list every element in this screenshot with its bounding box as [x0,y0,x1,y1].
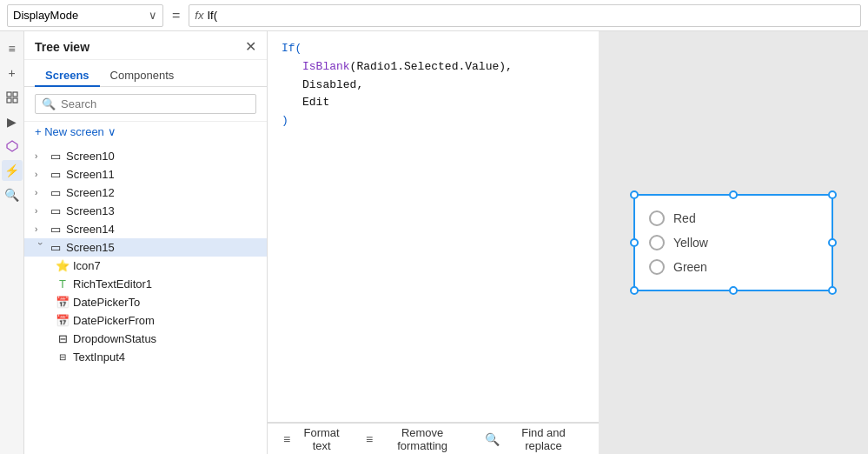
svg-rect-2 [7,98,11,103]
datepicker-icon: 📅 [56,296,70,309]
screen-icon: ▭ [49,168,63,181]
sidebar-icon-media[interactable]: ▶ [2,111,23,132]
format-text-button[interactable]: ≡ Format text [275,423,357,455]
tree-item-screen12[interactable]: › ▭ Screen12 [24,184,267,202]
remove-formatting-icon: ≡ [366,432,373,446]
radio-widget[interactable]: Red Yellow Green [633,194,833,291]
textinput-icon: ⊟ [56,352,70,362]
formula-edit: Edit [302,96,329,109]
sidebar-icon-data[interactable] [2,87,23,108]
chevron-icon: › [35,151,45,161]
formula-if: If( [282,42,301,55]
tab-components[interactable]: Components [100,65,185,87]
sidebar-icon-search[interactable]: 🔍 [2,184,23,205]
tree-panel: Tree view ✕ Screens Components 🔍 + New s… [24,31,268,454]
dropdown-icon: ⊟ [56,332,70,345]
remove-formatting-button[interactable]: ≡ Remove formatting [357,423,476,455]
radio-label-yellow: Yellow [673,236,708,250]
tree-item-datepickerto[interactable]: 📅 DatePickerTo [24,293,267,311]
datepicker-icon: 📅 [56,314,70,327]
widget-handle-bl[interactable] [630,286,639,295]
tree-item-icon7[interactable]: ⭐ Icon7 [24,257,267,275]
tree-item-screen14[interactable]: › ▭ Screen14 [24,220,267,238]
item-label: Screen15 [66,241,260,254]
formula-line-1: If( [282,40,585,58]
chevron-icon: › [35,206,45,216]
find-replace-icon: 🔍 [485,432,500,446]
sidebar-icon-power[interactable]: ⚡ [2,160,23,181]
radio-option-red[interactable]: Red [649,206,818,230]
formula-line-5: ) [282,112,585,130]
widget-handle-br[interactable] [828,286,837,295]
svg-rect-0 [7,92,11,97]
close-icon[interactable]: ✕ [245,40,256,54]
property-dropdown[interactable]: DisplayMode ∨ [7,4,163,27]
widget-handle-bc[interactable] [729,286,738,295]
item-label: Screen14 [66,223,260,236]
top-bar: DisplayMode ∨ = fx If( [0,0,868,31]
tab-screens[interactable]: Screens [35,65,100,87]
radio-circle-green [649,259,665,275]
tree-item-screen10[interactable]: › ▭ Screen10 [24,147,267,165]
formula-line-4: Edit [282,94,585,112]
item-label: DatePickerTo [73,296,140,309]
formula-line-3: Disabled, [282,77,585,95]
widget-handle-mr[interactable] [828,238,837,247]
format-text-label: Format text [295,426,348,452]
svg-rect-3 [13,98,17,103]
formula-line-2: IsBlank(Radio1.Selected.Value), [282,58,585,77]
item-label: DropdownStatus [73,332,156,345]
svg-marker-4 [7,141,17,151]
equals-sign: = [169,8,183,23]
radio-option-yellow[interactable]: Yellow [649,230,818,255]
widget-handle-tl[interactable] [630,190,639,199]
remove-formatting-label: Remove formatting [377,426,467,452]
icon-type-icon: ⭐ [56,259,70,272]
widget-handle-ml[interactable] [630,238,639,247]
search-input[interactable] [61,97,249,110]
new-screen-chevron-icon: ∨ [108,125,116,138]
find-replace-label: Find and replace [504,426,583,452]
widget-handle-tr[interactable] [828,190,837,199]
item-label: Screen13 [66,204,260,217]
item-label: RichTextEditor1 [73,277,152,290]
tree-item-dropdownstatus[interactable]: ⊟ DropdownStatus [24,330,267,348]
search-icon: 🔍 [42,97,56,110]
sidebar-icon-components[interactable] [2,136,23,157]
radio-label-red: Red [673,211,696,225]
center-area: If( IsBlank(Radio1.Selected.Value), Disa… [268,31,599,454]
tree-item-richtexteditor1[interactable]: T RichTextEditor1 [24,275,267,293]
formula-close: ) [282,114,288,127]
tree-search-area: 🔍 [24,87,267,122]
screen-icon: ▭ [49,204,63,217]
radio-circle-yellow [649,235,665,250]
tree-item-textinput4[interactable]: ⊟ TextInput4 [24,348,267,366]
sidebar-icon-add[interactable]: + [2,63,23,83]
formula-isblank-args: (Radio1.Selected.Value), [350,60,513,73]
formula-area[interactable]: If( IsBlank(Radio1.Selected.Value), Disa… [268,31,599,423]
format-text-icon: ≡ [283,432,290,446]
screen-icon: ▭ [49,241,63,254]
formula-text: If( [207,9,217,22]
chevron-icon: › [36,243,45,253]
right-preview: Red Yellow Green [599,31,868,454]
tree-item-datepickerfrom[interactable]: 📅 DatePickerFrom [24,311,267,330]
screen-icon: ▭ [49,223,63,236]
tree-item-screen13[interactable]: › ▭ Screen13 [24,202,267,220]
find-replace-button[interactable]: 🔍 Find and replace [476,423,592,455]
formula-disabled: Disabled, [302,78,363,91]
tree-list: › ▭ Screen10 › ▭ Screen11 › ▭ Screen12 ›… [24,144,267,454]
formula-bar[interactable]: fx If( [189,4,861,27]
icon-sidebar: ≡ + ▶ ⚡ 🔍 [0,31,24,454]
item-label: Screen10 [66,150,260,163]
new-screen-label: + New screen [35,125,104,138]
tree-panel-title: Tree view [35,40,89,54]
new-screen-button[interactable]: + New screen ∨ [24,122,267,144]
tree-item-screen15[interactable]: › ▭ Screen15 [24,238,267,257]
property-label: DisplayMode [13,9,78,22]
radio-option-green[interactable]: Green [649,255,818,279]
chevron-icon: › [35,224,45,234]
tree-item-screen11[interactable]: › ▭ Screen11 [24,165,267,184]
widget-handle-tc[interactable] [729,190,738,199]
sidebar-icon-tree[interactable]: ≡ [2,38,23,59]
